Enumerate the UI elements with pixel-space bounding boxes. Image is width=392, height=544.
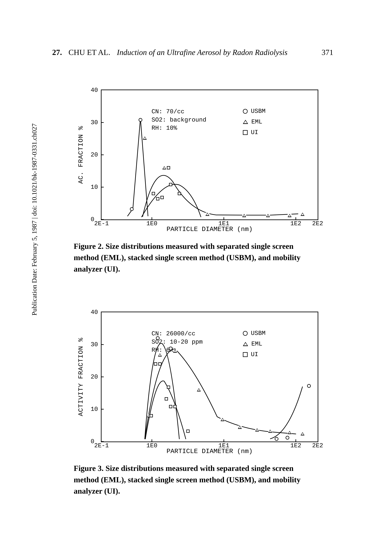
- ytick: 20: [91, 151, 98, 158]
- figure-3-plot: ACTIVITY FRACTION % 0 10 20 30 40 2E-1 1…: [101, 312, 318, 442]
- authors: CHU ET AL.: [69, 48, 110, 57]
- xtick: 1E2: [290, 220, 301, 227]
- figure-2-ylabel: AC. FRACTION %: [77, 126, 85, 184]
- xtick: 2E2: [312, 442, 323, 449]
- xtick: 1E2: [290, 442, 301, 449]
- ytick: 10: [91, 406, 98, 413]
- figure-3-ylabel: ACTIVITY FRACTION %: [77, 338, 85, 416]
- ytick: 30: [91, 341, 98, 348]
- ytick: 0: [91, 438, 94, 445]
- chapter-number: 27.: [52, 48, 62, 57]
- paper-title: Induction of an Ultrafine Aerosol by Rad…: [117, 48, 288, 57]
- running-header: 27. CHU ET AL. Induction of an Ultrafine…: [52, 48, 340, 57]
- figure-3-caption: Figure 3. Size distributions measured wi…: [74, 463, 318, 497]
- figure-2-plot: AC. FRACTION % 0 10 20 30 40 2E-1 1E0 1E…: [101, 89, 318, 220]
- xtick: 1E1: [218, 220, 229, 227]
- figure-3-curves: [102, 312, 318, 442]
- figure-3-xlabel: PARTICLE DIAMETER (nm): [101, 448, 318, 455]
- xtick: 1E0: [146, 442, 157, 449]
- ytick: 30: [91, 119, 98, 126]
- xtick: 1E0: [146, 220, 157, 227]
- ytick: 10: [91, 184, 98, 191]
- figure-2-xlabel: PARTICLE DIAMETER (nm): [101, 225, 318, 233]
- ytick: 40: [91, 87, 98, 94]
- ytick: 40: [91, 309, 98, 316]
- figure-2: AC. FRACTION % 0 10 20 30 40 2E-1 1E0 1E…: [74, 89, 318, 275]
- ytick: 0: [91, 216, 94, 223]
- figure-2-caption: Figure 2. Size distributions measured wi…: [74, 241, 318, 275]
- page-number: 371: [322, 48, 340, 57]
- xtick: 1E1: [218, 442, 229, 449]
- ytick: 20: [91, 373, 98, 380]
- figure-2-curves: [102, 90, 318, 219]
- figure-3: ACTIVITY FRACTION % 0 10 20 30 40 2E-1 1…: [74, 312, 318, 497]
- xtick: 2E2: [312, 220, 323, 227]
- page: Publication Date: February 5, 1987 | doi…: [0, 0, 392, 544]
- xtick: 2E-1: [94, 442, 109, 449]
- xtick: 2E-1: [94, 220, 109, 227]
- publication-sidetext: Publication Date: February 5, 1987 | doi…: [30, 124, 38, 315]
